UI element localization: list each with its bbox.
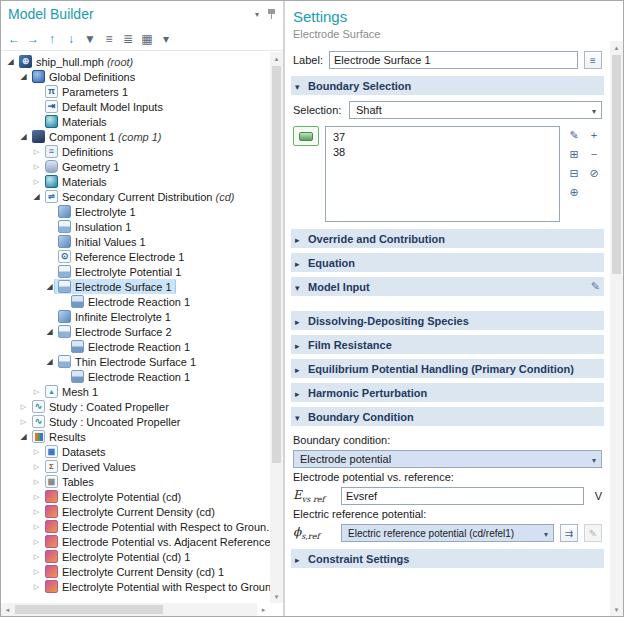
boundary-condition-dropdown[interactable]: Electrode potential	[293, 450, 602, 468]
evsref-input[interactable]	[341, 487, 584, 505]
expand-all-icon[interactable]: ≣	[119, 30, 137, 48]
tree-item-electrode-reaction-1[interactable]: Electrode Reaction 1	[1, 339, 270, 354]
remove-from-selection-button[interactable]: −	[586, 146, 602, 162]
tree-item-mesh-1[interactable]: ▷Mesh 1	[1, 384, 270, 399]
collapse-icon[interactable]: ◢	[44, 357, 55, 366]
expand-icon[interactable]: ▷	[31, 388, 42, 396]
tree-item-electrode-reaction-1[interactable]: Electrode Reaction 1	[1, 369, 270, 384]
go-back-icon[interactable]: ←	[5, 30, 23, 48]
tree-item-geometry-1[interactable]: ▷Geometry 1	[1, 159, 270, 174]
expand-icon[interactable]: ▷	[31, 568, 42, 576]
go-to-source-button[interactable]	[560, 524, 578, 542]
section-header-constraint-settings[interactable]: Constraint Settings	[291, 549, 604, 568]
section-header-equilibrium-potential-handling[interactable]: Equilibrium Potential Handling (Primary …	[291, 359, 604, 378]
scrollbar-thumb[interactable]	[612, 55, 621, 274]
collapse-icon[interactable]: ◢	[18, 132, 29, 141]
tree-item-electrode-potential-with-respect-to-groun[interactable]: ▷Electrode Potential with Respect to Gro…	[1, 519, 270, 534]
collapse-all-icon[interactable]: ≡	[100, 30, 118, 48]
tree-item-tables[interactable]: ▷Tables	[1, 474, 270, 489]
zoom-to-selection-button[interactable]: ⊕	[566, 184, 582, 200]
expand-icon[interactable]: ▷	[18, 403, 29, 411]
expand-icon[interactable]: ▷	[31, 463, 42, 471]
tree-item-study-coated-propeller[interactable]: ▷Study : Coated Propeller	[1, 399, 270, 414]
tree-item-electrode-surface-2[interactable]: ◢Electrode Surface 2	[1, 324, 270, 339]
pin-icon[interactable]	[267, 9, 276, 19]
view-options-icon[interactable]: ▦	[138, 30, 156, 48]
tree-item-electrode-surface-1[interactable]: ◢Electrode Surface 1	[1, 279, 270, 294]
section-header-model-input[interactable]: Model Input	[291, 277, 604, 296]
tree-item-default-model-inputs[interactable]: Default Model Inputs	[1, 99, 270, 114]
tree-item-electrolyte-1[interactable]: Electrolyte 1	[1, 204, 270, 219]
section-header-film-resistance[interactable]: Film Resistance	[291, 335, 604, 354]
move-down-icon[interactable]: ↓	[62, 30, 80, 48]
paste-selection-button[interactable]: ⊟	[566, 165, 582, 181]
copy-selection-button[interactable]: ⊞	[566, 146, 582, 162]
selection-list[interactable]: 3738	[325, 126, 560, 222]
tree-item-secondary-current-distribution[interactable]: ◢Secondary Current Distribution (cd)	[1, 189, 270, 204]
scroll-up-icon[interactable]: ▴	[610, 41, 623, 54]
collapse-icon[interactable]: ◢	[18, 72, 29, 81]
scroll-down-icon[interactable]: ▾	[610, 603, 623, 616]
show-filter-icon[interactable]: ▼	[81, 30, 99, 48]
tree-item-component-1[interactable]: ◢Component 1 (comp 1)	[1, 129, 270, 144]
tree-item-materials[interactable]: Materials	[1, 114, 270, 129]
section-header-dissolving-depositing-species[interactable]: Dissolving-Depositing Species	[291, 311, 604, 330]
tree-item-electrolyte-current-density-cd[interactable]: ▷Electrolyte Current Density (cd)	[1, 504, 270, 519]
section-header-override-and-contribution[interactable]: Override and Contribution	[291, 229, 604, 248]
add-to-selection-button[interactable]: +	[586, 127, 602, 143]
tree-item-ship-hull-mph[interactable]: ◢ship_hull.mph (root)	[1, 54, 270, 69]
refpot-dropdown[interactable]: Electric reference potential (cd/refel1)	[341, 524, 554, 542]
tree-item-electrolyte-potential-cd-1[interactable]: ▷Electrolyte Potential (cd) 1	[1, 549, 270, 564]
tree-item-study-uncoated-propeller[interactable]: ▷Study : Uncoated Propeller	[1, 414, 270, 429]
tree-item-initial-values-1[interactable]: Initial Values 1	[1, 234, 270, 249]
selection-dropdown[interactable]: Shaft	[349, 101, 602, 119]
collapse-icon[interactable]: ◢	[44, 327, 55, 336]
clear-selection-button[interactable]: ⊘	[586, 165, 602, 181]
show-name-button[interactable]	[584, 51, 602, 69]
label-input[interactable]	[329, 51, 578, 69]
active-selection-toggle[interactable]	[293, 126, 319, 146]
tree-item-electrolyte-current-density-cd-1[interactable]: ▷Electrolyte Current Density (cd) 1	[1, 564, 270, 579]
collapse-icon[interactable]: ◢	[18, 432, 29, 441]
collapse-icon[interactable]: ◢	[44, 282, 55, 291]
section-header-equation[interactable]: Equation	[291, 253, 604, 272]
expand-icon[interactable]: ▷	[31, 493, 42, 501]
collapse-icon[interactable]: ◢	[31, 192, 42, 201]
selection-entity[interactable]: 37	[326, 129, 559, 144]
expand-icon[interactable]: ▷	[31, 508, 42, 516]
go-forward-icon[interactable]: →	[24, 30, 42, 48]
settings-vertical-scrollbar[interactable]: ▴ ▾	[610, 41, 623, 616]
edit-model-inputs-icon[interactable]	[591, 280, 600, 293]
expand-icon[interactable]: ▷	[31, 178, 42, 186]
tree-item-electrolyte-potential-1[interactable]: Electrolyte Potential 1	[1, 264, 270, 279]
expand-icon[interactable]: ▷	[31, 553, 42, 561]
tree-item-electrode-potential-vs-adjacent-reference[interactable]: ▷Electrode Potential vs. Adjacent Refere…	[1, 534, 270, 549]
scrollbar-thumb[interactable]	[272, 66, 281, 463]
move-up-icon[interactable]: ↑	[43, 30, 61, 48]
scroll-right-icon[interactable]: ▸	[257, 603, 270, 616]
tree-item-electrolyte-potential-cd[interactable]: ▷Electrolyte Potential (cd)	[1, 489, 270, 504]
expand-icon[interactable]: ▷	[31, 148, 42, 156]
selection-entity[interactable]: 38	[326, 144, 559, 159]
collapse-icon[interactable]: ◢	[5, 57, 16, 66]
expand-icon[interactable]: ▷	[31, 478, 42, 486]
tree-item-global-definitions[interactable]: ◢Global Definitions	[1, 69, 270, 84]
scroll-up-icon[interactable]: ▴	[270, 52, 283, 65]
scroll-down-icon[interactable]: ▾	[270, 590, 283, 603]
scrollbar-thumb[interactable]	[15, 605, 163, 614]
tree-item-results[interactable]: ◢Results	[1, 429, 270, 444]
expand-icon[interactable]: ▷	[18, 418, 29, 426]
tree-horizontal-scrollbar[interactable]: ◂ ▸	[1, 603, 270, 616]
tree-item-thin-electrode-surface-1[interactable]: ◢Thin Electrode Surface 1	[1, 354, 270, 369]
create-selection-button[interactable]: ✎	[566, 127, 582, 143]
toolbar-menu-icon[interactable]: ▾	[157, 30, 175, 48]
tree-item-electrolyte-potential-with-respect-to-groun[interactable]: ▷Electrolyte Potential with Respect to G…	[1, 579, 270, 594]
tree-item-definitions[interactable]: ▷Definitions	[1, 144, 270, 159]
section-header-harmonic-perturbation[interactable]: Harmonic Perturbation	[291, 383, 604, 402]
section-header-boundary-selection[interactable]: Boundary Selection	[291, 76, 604, 95]
scroll-left-icon[interactable]: ◂	[1, 603, 14, 616]
tree-vertical-scrollbar[interactable]: ▴ ▾	[270, 52, 283, 603]
tree-item-derived-values[interactable]: ▷Derived Values	[1, 459, 270, 474]
expand-icon[interactable]: ▷	[31, 448, 42, 456]
tree-item-datasets[interactable]: ▷Datasets	[1, 444, 270, 459]
